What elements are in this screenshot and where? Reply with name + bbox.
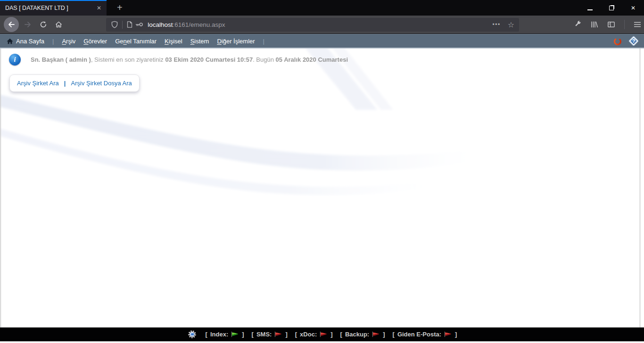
app-menu-bar: Ana Sayfa | Arşiv Görevler Genel Tanımla… [0,34,644,49]
browser-tab[interactable]: DAS [ DATAKENT LTD ] ✕ [0,0,107,16]
new-tab-button[interactable]: + [111,0,129,16]
window-controls: ✕ [579,0,644,16]
welcome-info-row: i Sn. Başkan ( admin ), Sistemi en son z… [9,54,348,65]
window-close-button[interactable]: ✕ [622,0,644,16]
status-item-giden-eposta: [Giden E-Posta: ] [393,331,457,338]
status-label: SMS: [256,331,272,338]
services-gear [187,329,197,339]
flag-icon [320,331,328,337]
urlbar-separator [122,21,123,29]
menu-item-diger-islemler[interactable]: Diğer İşlemler [217,38,255,45]
wrench-icon [573,20,582,29]
menu-separator: | [52,38,54,45]
key-permission-icon[interactable] [135,21,143,28]
menu-label: Ana Sayfa [16,38,44,45]
toolbar-separator [624,20,625,29]
tracking-shield-icon[interactable] [111,21,118,28]
close-icon: ✕ [631,5,636,11]
window-bottom-line [0,341,644,342]
reload-icon [40,21,47,28]
browser-window: DAS [ DATAKENT LTD ] ✕ + ✕ [0,0,644,343]
menu-item-gorevler[interactable]: Görevler [83,38,107,45]
flag-icon [274,331,282,337]
tab-title: DAS [ DATAKENT LTD ] [5,5,94,11]
menu-item-genel-tanimlar[interactable]: Genel Tanımlar [115,38,157,45]
content-left-border [0,49,1,327]
menu-item-ana-sayfa[interactable]: Ana Sayfa [7,38,44,45]
back-arrow-icon [8,21,15,28]
toolbar-right-icons [571,18,644,31]
home-filled-icon [7,38,13,44]
menu-item-sistem[interactable]: Sistem [190,38,209,45]
last-visit-date: 03 Ekim 2020 Cumartesi 10:57 [165,56,253,63]
content-right-border [640,49,640,327]
sidebar-icon [607,21,615,28]
page-actions-icon[interactable]: ••• [493,21,501,28]
url-host: localhost [148,21,173,28]
status-item-backup: [Backup: ] [340,331,385,338]
quick-links-box: Arşiv Şirket Ara | Arşiv Şirket Dosya Ar… [9,74,140,92]
flag-icon [372,331,380,337]
status-item-sms: [SMS: ] [252,331,288,338]
sidebar-toggle-button[interactable] [605,18,618,31]
menubar-right-actions: ? [613,36,640,46]
window-minimize-button[interactable] [579,0,601,16]
question-mark: ? [632,38,635,44]
forward-arrow-icon [24,21,32,28]
status-label: Index: [210,331,228,338]
status-label: Giden E-Posta: [397,331,441,338]
reload-button[interactable] [37,18,50,31]
restore-icon [609,5,614,10]
home-icon [55,21,63,28]
tab-bar: DAS [ DATAKENT LTD ] ✕ + ✕ [0,0,644,16]
power-icon [613,36,622,46]
minimize-icon [587,9,593,10]
link-separator: | [64,80,66,87]
status-item-index: [Index: ] [206,331,244,338]
window-restore-button[interactable] [601,0,622,16]
link-arsiv-sirket-ara[interactable]: Arşiv Şirket Ara [17,80,59,87]
page-content: i Sn. Başkan ( admin ), Sistemi en son z… [0,49,644,327]
status-label: Backup: [345,331,369,338]
url-text: localhost:6161/emenu.aspx [148,21,225,28]
flag-icon [231,331,239,337]
status-item-xdoc: [xDoc: ] [295,331,333,338]
menu-hamburger-button[interactable] [631,18,644,31]
active-tab-indicator [0,0,107,1]
logout-power-button[interactable] [613,36,622,46]
devtools-wrench-button[interactable] [571,18,584,31]
status-footer: [Index: ] [SMS: ] [xDoc: [0,327,644,341]
user-greeting: Sn. Başkan ( admin ) [31,56,91,63]
today-date: 05 Aralık 2020 Cumartesi [276,56,348,63]
home-button[interactable] [52,18,65,31]
menu-separator: | [263,38,264,45]
hamburger-icon [634,21,641,28]
info-icon: i [9,54,21,65]
navigation-toolbar: localhost:6161/emenu.aspx ••• ☆ [0,16,644,34]
bookmark-star-icon[interactable]: ☆ [508,20,514,29]
page-info-icon[interactable] [126,21,133,28]
menu-item-kisisel[interactable]: Kişisel [165,38,182,45]
url-path: :6161/emenu.aspx [173,21,225,28]
flag-icon [444,331,452,337]
forward-button[interactable] [21,18,34,31]
help-diamond-icon: ? [629,36,638,46]
library-icon [590,21,598,28]
gear-icon [187,329,197,339]
status-label: xDoc: [300,331,317,338]
url-bar[interactable]: localhost:6161/emenu.aspx ••• ☆ [106,18,519,32]
welcome-message: Sn. Başkan ( admin ), Sistemi en son ziy… [31,56,348,63]
tab-close-icon[interactable]: ✕ [94,4,104,12]
library-button[interactable] [588,18,601,31]
help-button[interactable]: ? [629,36,638,46]
link-arsiv-sirket-dosya-ara[interactable]: Arşiv Şirket Dosya Ara [71,80,132,87]
back-button[interactable] [4,17,19,32]
menu-item-arsiv[interactable]: Arşiv [62,38,75,45]
